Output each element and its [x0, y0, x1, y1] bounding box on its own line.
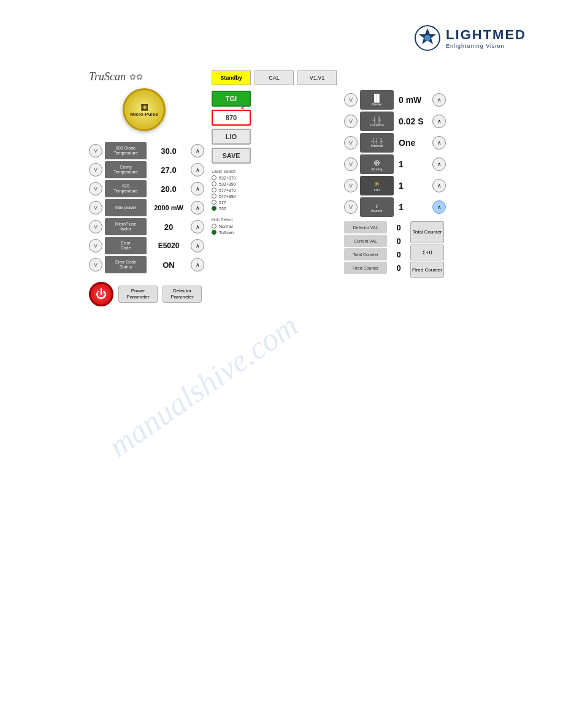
right-param-buzzer: V ♪ Buzzer 1 ∧ [344, 197, 446, 217]
param-row-5: V Error Code E5020 ∧ [89, 237, 204, 254]
right-param-duration: V ┤├ Duration 0.02 S ∧ [344, 112, 446, 131]
detector-parameter-button[interactable]: Detector Parameter [163, 286, 202, 303]
param-down-btn-4[interactable]: V [89, 220, 102, 233]
right-up-btn-aiming[interactable]: ∧ [432, 157, 446, 171]
right-up-btn-power[interactable]: ∧ [432, 93, 446, 107]
hub-radio-0[interactable] [212, 224, 216, 229]
total-counter-label-inline: Total Counter [344, 248, 387, 260]
param-up-btn-1[interactable]: ∧ [191, 163, 204, 176]
svg-point-2 [424, 35, 431, 41]
counter-row-total: Total Counter 0 [344, 248, 408, 260]
laser-opt-4[interactable]: 577 [212, 200, 236, 205]
laser-opt-1[interactable]: 532+890 [212, 181, 236, 186]
micropulse-medallion: ▦ Micro-Pulse [123, 88, 166, 131]
sigma-button[interactable]: Σ+0 [410, 245, 444, 260]
defector-val-value: 0 [389, 223, 408, 232]
param-label-3: Max power [105, 199, 147, 216]
param-down-btn-2[interactable]: V [89, 182, 102, 195]
param-label-2: 670 Temperature [105, 180, 147, 197]
laser-opt-2[interactable]: 577+870 [212, 188, 236, 192]
param-row-3: V Max power 2000 mW ∧ [89, 199, 204, 216]
power-icon-box: ▐▌ Power [360, 90, 394, 110]
right-down-btn-aiming[interactable]: V [344, 157, 358, 171]
laser-radio-3[interactable] [212, 194, 216, 199]
param-value-4: 20 [149, 222, 188, 232]
total-counter-button[interactable]: Total Counter [410, 221, 444, 243]
right-down-btn-interval[interactable]: V [344, 136, 358, 150]
hub-select-section: Hub Select Normal TuScan [212, 218, 234, 236]
power-value: 0 mW [396, 95, 430, 105]
param-down-btn-1[interactable]: V [89, 163, 102, 176]
right-down-btn-buzzer[interactable]: V [344, 200, 358, 214]
laser-radio-5[interactable] [212, 206, 216, 211]
param-down-btn-6[interactable]: V [89, 258, 102, 271]
save-button[interactable]: SAVE [212, 148, 251, 164]
param-up-btn-6[interactable]: ∧ [191, 258, 204, 271]
buzzer-value: 1 [396, 202, 430, 212]
cal-button[interactable]: CAL [255, 70, 294, 85]
param-label-5: Error Code [105, 237, 147, 254]
param-value-6: ON [149, 260, 188, 270]
duration-icon-box: ┤├ Duration [360, 112, 394, 131]
laser-opt-0[interactable]: 532+870 [212, 175, 236, 180]
aiming-value: 1 [396, 159, 430, 169]
right-down-btn-duration[interactable]: V [344, 115, 358, 128]
hub-radio-1[interactable] [212, 230, 216, 235]
right-down-btn-lio[interactable]: V [344, 179, 358, 192]
laser-select-section: Laser Select 532+870 532+890 577+870 577… [212, 169, 236, 212]
counter-row-fired: Fired Counter 0 [344, 262, 408, 274]
param-down-btn-5[interactable]: V [89, 239, 102, 252]
laser-radio-0[interactable] [212, 175, 216, 180]
lio-button[interactable]: LIO [212, 129, 251, 145]
laser-radio-4[interactable] [212, 200, 216, 205]
param-value-0: 30.0 [149, 146, 188, 156]
right-param-power: V ▐▌ Power 0 mW ∧ [344, 90, 446, 110]
hub-select-title: Hub Select [212, 218, 234, 222]
counter-row-defector: Defector VAL 0 [344, 221, 408, 233]
micropulse-icon: ▦ [140, 102, 148, 112]
interval-icon-box: ┤┤├ Interval [360, 133, 394, 153]
hub-opt-0[interactable]: Normal [212, 224, 234, 229]
laser-opt-3[interactable]: 577+890 [212, 194, 236, 199]
laser-radio-2[interactable] [212, 188, 216, 192]
lightmed-logo-icon [414, 25, 441, 51]
param-rows: V 800 Diode Temperature 30.0 ∧ V Cavity … [89, 142, 204, 273]
fired-counter-button[interactable]: Fired Counter [410, 262, 444, 278]
param-row-2: V 670 Temperature 20.0 ∧ [89, 180, 204, 197]
param-up-btn-2[interactable]: ∧ [191, 182, 204, 195]
param-row-4: V MicroPluse factor 20 ∧ [89, 218, 204, 235]
v1v1-button[interactable]: V1,V1 [297, 70, 337, 85]
right-up-btn-interval[interactable]: ∧ [432, 136, 446, 150]
laser-radio-1[interactable] [212, 181, 216, 186]
param-down-btn-0[interactable]: V [89, 144, 102, 157]
logo-area: LIGHTMED Enlightening Vision [414, 25, 526, 51]
right-down-btn-power[interactable]: V [344, 93, 358, 107]
param-down-btn-3[interactable]: V [89, 201, 102, 214]
param-up-btn-5[interactable]: ∧ [191, 239, 204, 252]
watermark: manualshive.com [102, 307, 305, 464]
micropulse-label: Micro-Pulse [130, 112, 158, 118]
param-up-btn-4[interactable]: ∧ [191, 220, 204, 233]
power-off-button[interactable]: ⏻ [89, 282, 113, 306]
power-parameter-button[interactable]: Power Parameter [118, 286, 158, 303]
param-up-btn-3[interactable]: ∧ [191, 201, 204, 214]
lio-icon-box: ✳ LIO [360, 176, 394, 195]
laser-opt-5[interactable]: 532 [212, 206, 236, 211]
param-row-0: V 800 Diode Temperature 30.0 ∧ [89, 142, 204, 159]
fired-counter-label-inline: Fired Counter [344, 262, 387, 274]
hub-opt-1[interactable]: TuScan [212, 230, 234, 235]
current-val-label: Current VAL [344, 235, 387, 247]
duration-value: 0.02 S [396, 116, 430, 126]
param-value-5: E5020 [149, 241, 188, 250]
right-up-btn-lio[interactable]: ∧ [432, 179, 446, 192]
right-up-btn-duration[interactable]: ∧ [432, 115, 446, 128]
fired-counter-value: 0 [389, 264, 408, 273]
param-up-btn-0[interactable]: ∧ [191, 144, 204, 157]
laser-select-title: Laser Select [212, 169, 236, 173]
standby-button[interactable]: Standby [212, 70, 251, 85]
logo-tagline: Enlightening Vision [446, 43, 526, 49]
param-label-0: 800 Diode Temperature [105, 142, 147, 159]
right-up-btn-buzzer[interactable]: ∧ [432, 200, 446, 214]
right-param-interval: V ┤┤├ Interval One ∧ [344, 133, 446, 153]
aiming-icon-box: ⊕ Aiming [360, 154, 394, 174]
